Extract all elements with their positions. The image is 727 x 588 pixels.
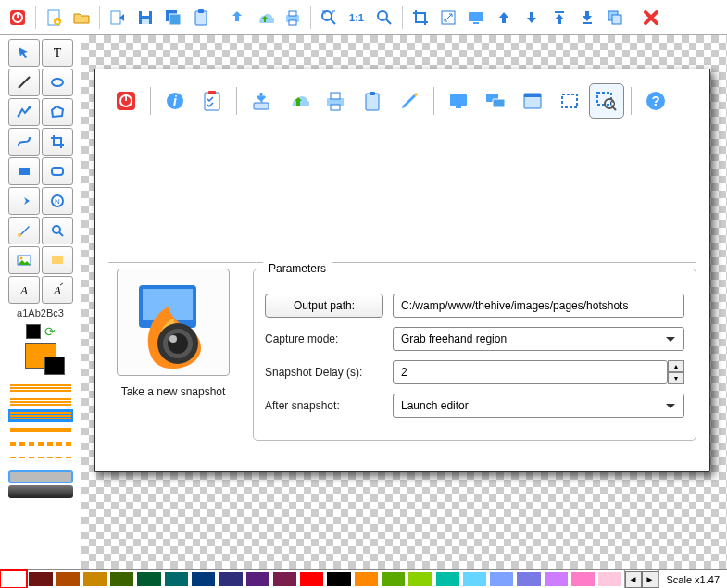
colors-reset-icon[interactable]: ⟳ xyxy=(44,324,56,339)
dlg-clipboard-button[interactable] xyxy=(355,83,390,119)
zoom-1to1-button[interactable]: 1:1 xyxy=(344,5,370,31)
save-button[interactable] xyxy=(132,5,158,31)
export-button[interactable] xyxy=(105,5,131,31)
polyline-tool[interactable] xyxy=(8,98,40,126)
arrow-tool[interactable] xyxy=(8,187,40,215)
svg-rect-58 xyxy=(331,105,340,110)
palette-color[interactable] xyxy=(488,570,515,588)
fg-color-swatch[interactable] xyxy=(26,324,41,339)
palette-color[interactable] xyxy=(81,570,108,588)
print-button[interactable] xyxy=(280,5,306,31)
magnify-tool[interactable] xyxy=(42,217,73,244)
fill-color-swatch[interactable] xyxy=(25,343,56,369)
dlg-download-button[interactable] xyxy=(244,83,279,119)
rounded-rect-tool[interactable] xyxy=(42,157,73,185)
brush-tool[interactable] xyxy=(8,217,40,244)
palette-color[interactable] xyxy=(190,570,217,588)
line-preset[interactable] xyxy=(8,437,73,450)
crop-button[interactable] xyxy=(407,5,433,31)
move-bottom-button[interactable] xyxy=(574,5,600,31)
palette-color[interactable] xyxy=(461,570,488,588)
palette-color[interactable] xyxy=(434,570,461,588)
dlg-info-button[interactable]: i xyxy=(157,83,193,119)
rect-tool[interactable] xyxy=(8,157,40,185)
palette-color[interactable] xyxy=(108,570,135,588)
dlg-screens-button[interactable] xyxy=(478,83,513,119)
cloud-upload-button[interactable] xyxy=(252,5,278,31)
image-tool[interactable] xyxy=(8,246,40,274)
dlg-region-button[interactable] xyxy=(552,83,587,119)
after-snapshot-select[interactable]: Launch editor xyxy=(393,394,684,418)
number-tag-tool[interactable]: N xyxy=(42,187,73,215)
line-preset[interactable] xyxy=(8,382,73,394)
svg-rect-53 xyxy=(205,93,219,110)
palette-next-button[interactable]: ► xyxy=(642,571,658,588)
power-button[interactable] xyxy=(5,5,31,31)
palette-color[interactable] xyxy=(298,570,325,588)
zoom-button[interactable] xyxy=(371,5,397,31)
zoom-fit-button[interactable] xyxy=(316,5,342,31)
palette-color[interactable] xyxy=(271,570,298,588)
ellipse-tool[interactable] xyxy=(42,69,73,96)
save-all-button[interactable] xyxy=(160,5,186,31)
curve-tool[interactable] xyxy=(8,128,40,156)
font-italic-tool[interactable]: A xyxy=(8,276,40,304)
duplicate-button[interactable] xyxy=(602,5,628,31)
output-path-field[interactable] xyxy=(393,294,684,318)
move-top-button[interactable] xyxy=(546,5,572,31)
palette-color[interactable] xyxy=(515,570,542,588)
palette-color[interactable] xyxy=(0,570,27,588)
blur-tool[interactable] xyxy=(42,246,73,274)
output-path-button[interactable]: Output path: xyxy=(265,294,383,318)
line-preset[interactable] xyxy=(8,423,73,436)
palette-color[interactable] xyxy=(244,570,271,588)
palette-color[interactable] xyxy=(55,570,81,588)
text-tool[interactable]: T xyxy=(42,39,73,67)
canvas-area[interactable]: i ? xyxy=(81,35,727,569)
palette-color[interactable] xyxy=(353,570,380,588)
dlg-checklist-button[interactable] xyxy=(194,83,230,119)
palette-color[interactable] xyxy=(543,570,570,588)
delay-field[interactable] xyxy=(393,360,668,384)
palette-color[interactable] xyxy=(596,570,623,588)
dlg-power-button[interactable] xyxy=(108,83,144,119)
dlg-screen-button[interactable] xyxy=(441,83,476,119)
palette-color[interactable] xyxy=(570,570,596,588)
dlg-freehand-region-button[interactable] xyxy=(589,83,624,119)
font-italic2-tool[interactable]: A xyxy=(42,276,73,304)
line-preset[interactable] xyxy=(8,395,73,408)
dlg-print-button[interactable] xyxy=(318,83,353,119)
dlg-edit-button[interactable] xyxy=(392,83,427,119)
dlg-window-button[interactable] xyxy=(515,83,550,119)
move-down-button[interactable] xyxy=(519,5,545,31)
move-up-button[interactable] xyxy=(491,5,517,31)
upload-button[interactable] xyxy=(224,5,250,31)
palette-color[interactable] xyxy=(27,570,54,588)
line-preset[interactable] xyxy=(8,409,73,422)
palette-color[interactable] xyxy=(407,570,433,588)
resize-button[interactable] xyxy=(435,5,461,31)
dlg-cloud-upload-button[interactable] xyxy=(281,83,316,119)
palette-color[interactable] xyxy=(325,570,352,588)
polygon-tool[interactable] xyxy=(42,98,73,126)
line-tool[interactable] xyxy=(8,69,40,96)
palette-color[interactable] xyxy=(135,570,162,588)
delay-step-up[interactable]: ▲ xyxy=(668,360,684,372)
new-doc-button[interactable]: ★ xyxy=(41,5,67,31)
clipboard-button[interactable] xyxy=(188,5,214,31)
line-preset[interactable] xyxy=(8,451,73,464)
palette-color[interactable] xyxy=(217,570,244,588)
palette-prev-button[interactable]: ◄ xyxy=(625,571,642,588)
palette-color[interactable] xyxy=(380,570,407,588)
crop-tool[interactable] xyxy=(42,128,73,156)
palette-color[interactable] xyxy=(163,570,190,588)
select-tool[interactable] xyxy=(8,39,40,67)
style-preset[interactable] xyxy=(8,470,73,483)
screen-button[interactable] xyxy=(463,5,489,31)
delete-button[interactable] xyxy=(638,5,664,31)
open-button[interactable] xyxy=(69,5,94,31)
style-preset[interactable] xyxy=(8,485,73,498)
capture-mode-select[interactable]: Grab freehand region xyxy=(393,327,684,351)
delay-step-down[interactable]: ▼ xyxy=(668,372,684,384)
dlg-help-button[interactable]: ? xyxy=(638,83,673,119)
